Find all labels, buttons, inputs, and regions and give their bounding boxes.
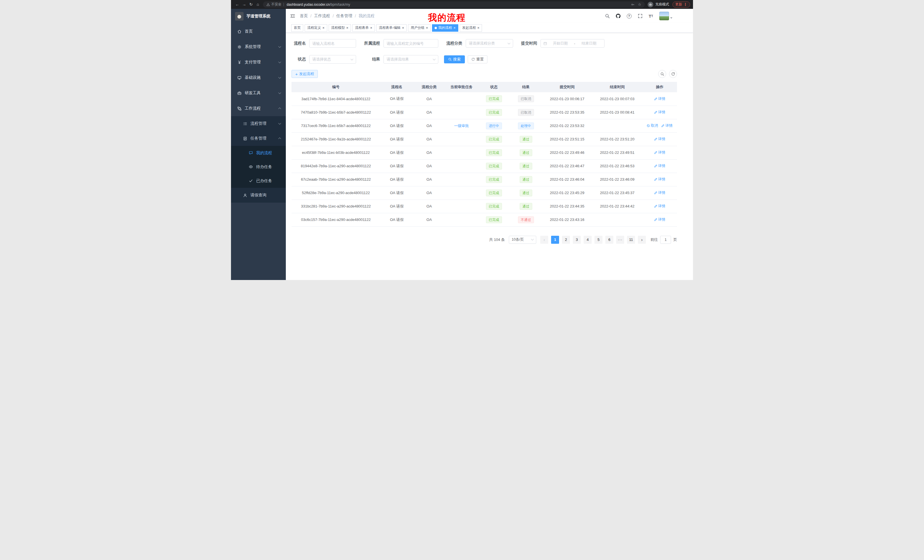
page-button-11[interactable]: 11 (627, 236, 635, 244)
font-size-icon[interactable]: TT (649, 14, 653, 18)
chevron-down-icon (278, 122, 281, 125)
category-label: 流程分类 (444, 41, 466, 46)
detail-link[interactable]: 详情 (654, 217, 665, 222)
owner-process-input[interactable] (384, 39, 438, 48)
forward-icon[interactable]: → (241, 1, 248, 8)
help-icon[interactable]: ? (627, 14, 632, 18)
sidebar-item-infra[interactable]: 基础设施 (231, 70, 286, 85)
breadcrumb-item: 我的流程 (358, 13, 375, 18)
page-button-3[interactable]: 3 (573, 236, 581, 244)
cell-result: 通过 (510, 132, 542, 146)
hamburger-icon[interactable] (290, 14, 295, 18)
reload-icon[interactable]: ↻ (248, 1, 254, 8)
detail-link[interactable]: 详情 (654, 177, 665, 182)
app-logo[interactable]: 芋道管理系统 (231, 9, 286, 24)
header-search-icon[interactable] (605, 14, 610, 18)
sidebar-item-my-process[interactable]: 我的流程 (231, 146, 286, 160)
sidebar-item-done-tasks[interactable]: 已办任务 (231, 174, 286, 188)
cell-current-task (445, 186, 478, 199)
back-icon[interactable]: ← (234, 1, 241, 8)
table-search-toggle-button[interactable] (658, 70, 666, 78)
table-row: 819442e8-7b9a-11ec-a290-acde48001122OA 请… (291, 159, 677, 173)
detail-link[interactable]: 详情 (654, 190, 665, 195)
detail-link[interactable]: 详情 (654, 96, 665, 101)
tab-home[interactable]: 首页 (291, 24, 303, 32)
page-button-2[interactable]: 2 (562, 236, 570, 244)
browser-home-icon[interactable]: ⌂ (254, 1, 261, 8)
detail-link[interactable]: 详情 (654, 110, 665, 115)
detail-link[interactable]: 详情 (654, 204, 665, 209)
tab-my-process[interactable]: 我的流程× (432, 24, 458, 32)
browser-menu-icon[interactable]: ⋮ (684, 2, 687, 7)
status-select[interactable]: 请选择状态 (309, 55, 356, 64)
page-button-1[interactable]: 1 (551, 236, 559, 244)
prev-page-button[interactable]: ‹ (540, 236, 548, 244)
sidebar-item-payment[interactable]: 支付管理 (231, 54, 286, 70)
page-button-4[interactable]: 4 (584, 236, 592, 244)
address-bar[interactable]: 不安全 dashboard.yudao.iocoder.cn/bpm/task/… (263, 1, 645, 8)
sidebar-item-devtools[interactable]: 研发工具 (231, 85, 286, 101)
tab-process-definition[interactable]: 流程定义× (304, 24, 327, 32)
detail-link[interactable]: 详情 (661, 123, 672, 128)
tab-process-form[interactable]: 流程表单× (352, 24, 375, 32)
cancel-link[interactable]: 取消 (647, 123, 658, 128)
submit-time-range[interactable]: 开始日期 - 结束日期 (540, 39, 604, 48)
sidebar-item-home[interactable]: 首页 (231, 24, 286, 39)
page-ellipsis[interactable]: ··· (616, 236, 624, 244)
update-button[interactable]: 更新 ⋮ (672, 1, 690, 8)
category-select[interactable]: 请选择流程分类 (466, 39, 513, 48)
breadcrumb-item[interactable]: 工作流程 (314, 13, 330, 18)
sidebar-item-workflow[interactable]: 工作流程 (231, 101, 286, 116)
sidebar-item-todo-tasks[interactable]: 待办任务 (231, 160, 286, 174)
cell-actions: 详情 (642, 92, 677, 106)
result-tag: 通过 (520, 203, 532, 210)
sidebar-item-label: 我的流程 (256, 150, 272, 156)
sidebar-item-task-mgmt[interactable]: 任务管理 (231, 131, 286, 146)
column-header: 提交时间 (542, 82, 592, 92)
key-icon[interactable] (631, 3, 634, 6)
sidebar-item-leave-query[interactable]: 请假查询 (231, 188, 286, 203)
bookmark-star-icon[interactable]: ☆ (638, 2, 641, 7)
cell-process-name: OA 请假 (380, 186, 414, 199)
detail-link[interactable]: 详情 (654, 150, 665, 155)
tab-close-icon[interactable]: × (426, 26, 428, 30)
tab-start-process[interactable]: 发起流程× (460, 24, 482, 32)
process-name-input[interactable] (309, 39, 356, 48)
sidebar-item-system[interactable]: 系统管理 (231, 39, 286, 54)
cell-end-time: 2022-01-22 23:46:53 (592, 159, 642, 173)
page-button-5[interactable]: 5 (594, 236, 603, 244)
tab-close-icon[interactable]: × (402, 26, 404, 30)
tab-close-icon[interactable]: × (346, 26, 349, 30)
fullscreen-icon[interactable] (638, 14, 642, 18)
breadcrumb-item[interactable]: 首页 (300, 13, 308, 18)
tab-process-form-edit[interactable]: 流程表单-编辑× (376, 24, 407, 32)
table-refresh-button[interactable] (669, 70, 677, 78)
github-icon[interactable] (616, 14, 621, 18)
sidebar-nav: 首页系统管理支付管理基础设施研发工具工作流程流程管理任务管理我的流程待办任务已办… (231, 24, 286, 203)
goto-page-input[interactable] (660, 236, 671, 244)
tab-close-icon[interactable]: × (453, 26, 456, 30)
page-button-6[interactable]: 6 (605, 236, 614, 244)
breadcrumb-item[interactable]: 任务管理 (336, 13, 352, 18)
detail-link[interactable]: 详情 (654, 137, 665, 142)
page-size-select[interactable]: 10条/页 (509, 236, 536, 244)
current-task-link[interactable]: 一级审批 (454, 124, 469, 128)
tab-close-icon[interactable]: × (370, 26, 372, 30)
reset-button[interactable]: 重置 (468, 55, 488, 63)
cell-actions: 详情 (642, 106, 677, 119)
tab-close-icon[interactable]: × (477, 26, 480, 30)
next-page-button[interactable]: › (638, 236, 646, 244)
tab-process-model[interactable]: 流程模型× (328, 24, 351, 32)
sidebar-item-process-mgmt[interactable]: 流程管理 (231, 116, 286, 131)
search-button[interactable]: 搜索 (444, 55, 465, 63)
user-avatar[interactable] (659, 12, 672, 20)
detail-link[interactable]: 详情 (654, 163, 665, 168)
cell-id: ec45f38f-7b9a-11ec-b03b-acde48001122 (291, 146, 380, 159)
cell-process-name: OA 请假 (380, 213, 414, 226)
tab-user-group[interactable]: 用户分组× (408, 24, 430, 32)
result-select[interactable]: 请选择流结果 (384, 55, 438, 64)
result-tag: 不通过 (518, 216, 534, 223)
cell-current-task (445, 132, 478, 146)
tab-close-icon[interactable]: × (322, 26, 325, 30)
create-process-button[interactable]: + 发起流程 (291, 70, 318, 78)
